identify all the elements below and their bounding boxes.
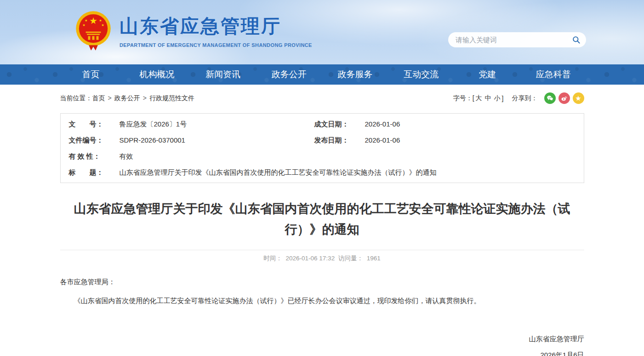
doc-number-value: 鲁应急发〔2026〕1号 [113, 116, 187, 132]
nav-item-home[interactable]: 首页 [58, 64, 124, 85]
nav-item-gov-open[interactable]: 政务公开 [256, 64, 322, 85]
visits-label: 访问量： [338, 255, 363, 262]
doc-info-row: 文 号： 鲁应急发〔2026〕1号 成文日期： 2026-01-06 [61, 116, 584, 132]
visits-value: 1961 [367, 255, 381, 262]
validity-value: 有效 [113, 148, 133, 164]
page-tools: 字号：[ 大 中 小 ] 分享到： ★ [453, 92, 584, 104]
validity-label: 有 效 性： [69, 148, 113, 164]
file-code-label: 文件编号： [69, 132, 113, 148]
time-label: 时间： [263, 255, 282, 262]
main-nav: 首页 机构概况 新闻资讯 政务公开 政务服务 互动交流 党建 应急科普 [0, 64, 644, 85]
share-wechat-button[interactable] [544, 92, 556, 104]
qzone-star-icon: ★ [575, 94, 581, 103]
doc-info-row: 文件编号： SDPR-2026-0370001 发布日期： 2026-01-06 [61, 132, 584, 148]
article-body: 各市应急管理局： 《山东省国内首次使用的化工工艺安全可靠性论证实施办法（试行）》… [60, 276, 584, 307]
nav-item-science[interactable]: 应急科普 [520, 64, 587, 85]
signature-block: 山东省应急管理厅 2026年1月6日 [60, 331, 584, 356]
doc-info-row: 标 题： 山东省应急管理厅关于印发《山东省国内首次使用的化工工艺安全可靠性论证实… [61, 164, 584, 180]
fontsize-medium-button[interactable]: 中 [485, 94, 491, 103]
article-meta: 时间： 2026-01-06 17:32 访问量： 1961 [0, 250, 644, 263]
salutation: 各市应急管理局： [60, 276, 584, 289]
breadcrumb-regulatory-docs[interactable]: 行政规范性文件 [149, 94, 194, 102]
site-title-en: DEPARTMENT OF EMERGENCY MANAGEMENT OF SH… [120, 42, 312, 48]
search-input[interactable] [456, 36, 572, 44]
site-header: ★ ★ ★ ★ ★ 山东省应急管理厅 DEPARTMENT OF EMERGEN… [0, 0, 644, 64]
fontsize-label: 字号：[ [453, 94, 474, 103]
publish-date-value: 2026-01-06 [359, 132, 400, 148]
breadcrumb-gov-open[interactable]: 政务公开 [114, 94, 140, 102]
svg-text:★: ★ [99, 18, 102, 23]
svg-text:★: ★ [85, 18, 88, 23]
fontsize-label-close: ] [502, 95, 504, 102]
fontsize-large-button[interactable]: 大 [476, 94, 482, 103]
share-weibo-button[interactable] [559, 92, 570, 104]
share-qzone-button[interactable]: ★ [573, 92, 584, 104]
publish-date-label: 发布日期： [314, 132, 359, 148]
svg-text:★: ★ [101, 23, 104, 27]
national-emblem-logo: ★ ★ ★ ★ ★ [74, 10, 112, 52]
written-date-label: 成文日期： [314, 116, 359, 132]
time-value: 2026-01-06 17:32 [286, 255, 335, 262]
weibo-icon [561, 95, 568, 102]
doc-title-value: 山东省应急管理厅关于印发《山东省国内首次使用的化工工艺安全可靠性论证实施办法（试… [113, 164, 437, 180]
written-date-value: 2026-01-06 [359, 116, 400, 132]
site-brand: ★ ★ ★ ★ ★ 山东省应急管理厅 DEPARTMENT OF EMERGEN… [74, 10, 312, 52]
wechat-icon [547, 95, 553, 102]
article-title: 山东省应急管理厅关于印发《山东省国内首次使用的化工工艺安全可靠性论证实施办法（试… [67, 199, 577, 240]
nav-item-gov-service[interactable]: 政务服务 [322, 64, 388, 85]
breadcrumb: 当前位置：首页>政务公开>行政规范性文件 [60, 94, 194, 103]
nav-item-party[interactable]: 党建 [454, 64, 520, 85]
doc-info-row: 有 效 性： 有效 [61, 148, 584, 164]
search-icon[interactable] [572, 35, 581, 44]
nav-item-news[interactable]: 新闻资讯 [190, 64, 256, 85]
share-label: 分享到： [512, 94, 538, 103]
search-box[interactable] [448, 32, 586, 47]
doc-title-label: 标 题： [69, 164, 113, 180]
site-title: 山东省应急管理厅 [120, 14, 312, 39]
nav-item-interaction[interactable]: 互动交流 [388, 64, 454, 85]
svg-text:★: ★ [82, 23, 85, 27]
file-code-value: SDPR-2026-0370001 [113, 132, 185, 148]
fontsize-small-button[interactable]: 小 [494, 94, 501, 103]
breadcrumb-prefix: 当前位置： [60, 94, 92, 102]
nav-item-org[interactable]: 机构概况 [124, 64, 190, 85]
article-paragraph: 《山东省国内首次使用的化工工艺安全可靠性论证实施办法（试行）》已经厅长办公会议审… [60, 294, 584, 308]
svg-text:★: ★ [89, 16, 97, 26]
doc-number-label: 文 号： [69, 116, 113, 132]
signature-date: 2026年1月6日 [60, 347, 584, 356]
document-info-box: 文 号： 鲁应急发〔2026〕1号 成文日期： 2026-01-06 文件编号：… [60, 113, 584, 183]
breadcrumb-home[interactable]: 首页 [92, 94, 105, 102]
signature-name: 山东省应急管理厅 [60, 331, 584, 347]
